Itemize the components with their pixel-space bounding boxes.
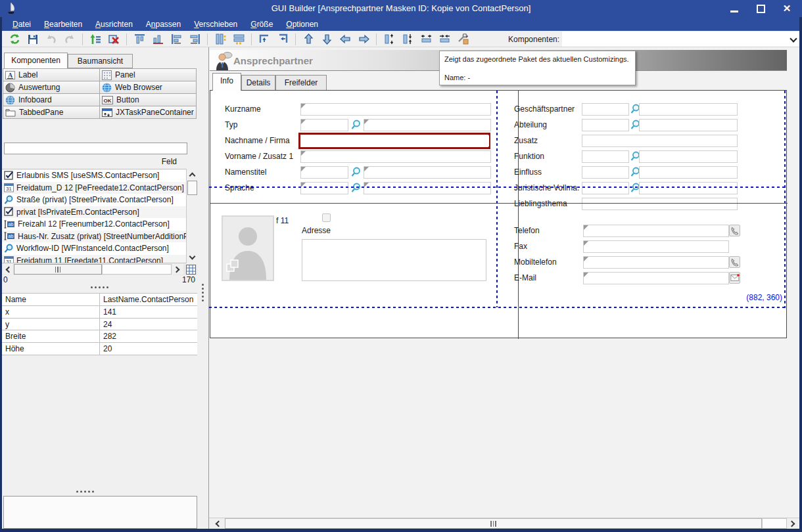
form-input[interactable] — [639, 119, 738, 131]
same-width-icon[interactable] — [417, 33, 435, 46]
field-list-item[interactable]: Erlaubnis SMS [useSMS.ContactPerson] — [2, 169, 197, 182]
splitter-handle[interactable] — [91, 286, 108, 288]
form-input[interactable] — [582, 119, 629, 131]
form-input[interactable] — [364, 166, 491, 179]
menu-ausrichten[interactable]: Ausrichten — [89, 18, 139, 30]
property-value[interactable]: 282 — [100, 330, 198, 342]
menu-anpassen[interactable]: Anpassen — [139, 18, 187, 30]
form-input[interactable] — [583, 225, 729, 237]
palette-panel[interactable]: Panel — [100, 69, 196, 81]
palette-auswertung[interactable]: Auswertung — [3, 81, 99, 93]
form-input[interactable] — [300, 166, 348, 179]
vscroll-thumb[interactable] — [187, 181, 197, 195]
palette-jxtaskpanecontainer[interactable]: JXTaskPaneContainer — [100, 106, 196, 118]
components-combobox[interactable] — [562, 32, 800, 47]
hscroll-thumb[interactable] — [225, 518, 762, 529]
form-input[interactable] — [582, 150, 629, 163]
customize-tools-icon[interactable] — [454, 33, 472, 46]
field-list-item[interactable]: 31Freidatum 11 [Freedate11.ContactPerson… — [2, 255, 197, 264]
property-value[interactable]: 20 — [100, 343, 198, 355]
refresh-icon[interactable] — [5, 33, 24, 46]
form-input[interactable] — [300, 182, 348, 194]
maximize-button[interactable] — [755, 3, 767, 14]
field-list-vscrollbar[interactable] — [186, 169, 197, 263]
field-list-item[interactable]: abFreizahl 12 [Freenumber12.ContactPerso… — [2, 218, 197, 231]
form-input[interactable] — [639, 103, 738, 116]
tab-komponenten[interactable]: Komponenten — [4, 53, 68, 68]
splitter-handle[interactable] — [76, 491, 94, 493]
adresse-textarea[interactable] — [302, 239, 486, 281]
search-lookup-icon[interactable] — [350, 119, 362, 131]
move-component-up-icon[interactable] — [299, 33, 318, 46]
palette-label[interactable]: ALabel — [3, 69, 99, 81]
form-input[interactable] — [582, 103, 629, 116]
undo-icon[interactable] — [42, 33, 60, 46]
snap-top-icon[interactable] — [255, 33, 273, 46]
notes-box[interactable] — [3, 496, 197, 529]
scroll-left-button[interactable] — [2, 264, 13, 275]
distribute-rows-icon[interactable] — [229, 33, 248, 46]
move-component-down-icon[interactable] — [318, 33, 336, 46]
form-input[interactable] — [582, 182, 629, 194]
same-width-min-icon[interactable] — [435, 33, 454, 46]
align-left-icon[interactable] — [167, 33, 185, 46]
palette-button[interactable]: OKButton — [100, 94, 196, 106]
grid-table-icon[interactable] — [186, 265, 197, 275]
scroll-right-button[interactable] — [787, 519, 799, 529]
move-component-right-icon[interactable] — [354, 33, 373, 46]
form-input[interactable] — [583, 272, 729, 284]
search-lookup-icon[interactable] — [350, 182, 362, 194]
phone-button[interactable] — [729, 256, 740, 268]
field-list-item[interactable]: Straße (privat) [StreetPrivate.ContactPe… — [2, 194, 197, 206]
snap-left-icon[interactable] — [273, 33, 292, 46]
form-input[interactable] — [300, 119, 348, 131]
save-icon[interactable] — [24, 33, 42, 46]
property-value[interactable]: LastName.ContactPerson — [100, 294, 198, 305]
delete-icon[interactable] — [105, 33, 123, 46]
phone-button[interactable] — [729, 225, 740, 236]
menu-verschieben[interactable]: Verschieben — [187, 18, 244, 30]
field-list-item[interactable]: privat [IsPrivateEm.ContactPerson] — [2, 206, 197, 219]
minimize-button[interactable] — [728, 3, 740, 14]
same-height-icon[interactable] — [380, 33, 398, 46]
field-search-input[interactable] — [4, 143, 187, 154]
form-input[interactable] — [300, 150, 491, 163]
designer-hscrollbar[interactable] — [209, 518, 800, 529]
align-bottom-icon[interactable] — [149, 33, 167, 46]
form-input[interactable] — [639, 166, 738, 179]
scroll-up-button[interactable] — [187, 169, 198, 180]
field-list-item[interactable]: 31Freidatum_D 12 [PeFreedate12.ContactPe… — [2, 182, 197, 194]
form-input[interactable] — [582, 166, 629, 179]
align-right-icon[interactable] — [185, 33, 204, 46]
form-tab-freifelder[interactable]: Freifelder — [275, 75, 327, 91]
form-input[interactable] — [583, 256, 729, 269]
close-button[interactable]: ✕ — [781, 3, 793, 14]
scroll-down-button[interactable] — [187, 252, 198, 263]
search-lookup-icon[interactable] — [350, 166, 362, 179]
field-list-item[interactable]: Workflow-ID [WFInstanceId.ContactPerson] — [2, 242, 197, 255]
redo-icon[interactable] — [60, 33, 79, 46]
panel-splitter[interactable] — [197, 47, 208, 529]
palette-tabbedpane[interactable]: TabbedPane — [3, 106, 99, 118]
hscroll-thumb[interactable] — [14, 264, 102, 275]
form-input[interactable] — [582, 135, 738, 147]
move-component-left-icon[interactable] — [336, 33, 354, 46]
menu-bearbeiten[interactable]: Bearbeiten — [37, 18, 89, 30]
property-value[interactable]: 24 — [100, 319, 198, 330]
palette-web-browser[interactable]: Web Browser — [100, 81, 196, 93]
scroll-left-button[interactable] — [210, 519, 224, 529]
palette-infoboard[interactable]: Infoboard — [3, 94, 99, 106]
form-input[interactable] — [639, 182, 738, 194]
form-input[interactable] — [300, 103, 491, 116]
form-input[interactable] — [302, 135, 489, 146]
menu-gre[interactable]: Größe — [244, 18, 279, 30]
property-value[interactable]: 141 — [100, 306, 198, 318]
contact-photo-placeholder[interactable] — [222, 215, 274, 281]
scroll-right-button[interactable] — [172, 264, 183, 275]
field-list-hscrollbar[interactable] — [2, 264, 197, 275]
move-up-icon[interactable] — [86, 33, 105, 46]
menu-datei[interactable]: Datei — [6, 18, 37, 30]
adresse-checkbox[interactable] — [322, 213, 331, 222]
distribute-columns-icon[interactable] — [211, 33, 229, 46]
form-tab-info[interactable]: Info — [212, 73, 241, 91]
